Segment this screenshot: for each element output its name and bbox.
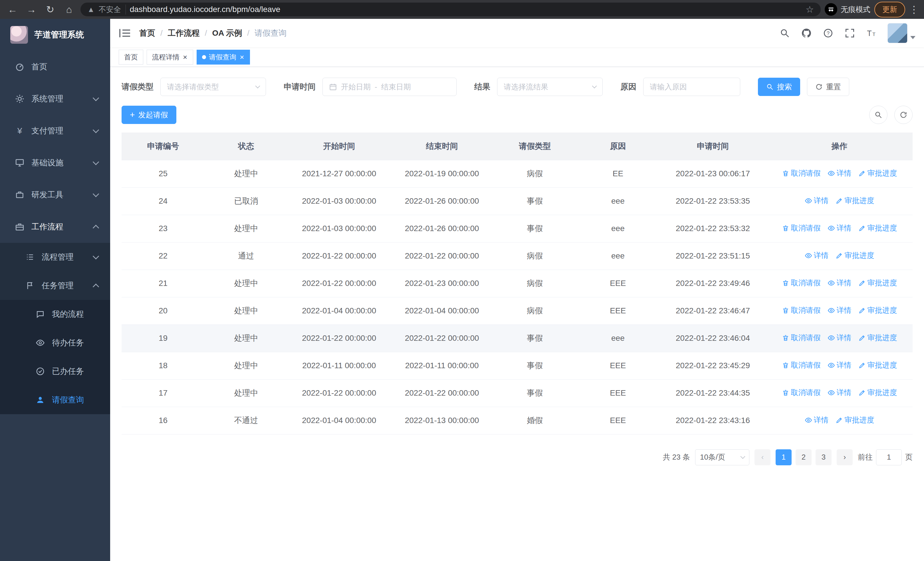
- help-question-icon[interactable]: ?: [822, 27, 834, 39]
- sidebar-item-todo-tasks[interactable]: 待办任务: [0, 328, 110, 357]
- cancel-action-link[interactable]: 取消请假: [782, 388, 821, 398]
- detail-action-link[interactable]: 详情: [828, 360, 852, 370]
- breadcrumb-item-oa[interactable]: OA 示例: [212, 28, 242, 39]
- cell-status: 处理中: [205, 270, 288, 297]
- cell-apply-no: 21: [122, 270, 205, 297]
- cell-end-time: 2022-01-23 00:00:00: [390, 270, 493, 297]
- breadcrumb-item-home[interactable]: 首页: [139, 28, 155, 39]
- detail-action-link[interactable]: 详情: [828, 333, 852, 343]
- sidebar-item-task-management[interactable]: 任务管理: [0, 271, 110, 300]
- goto-page-input[interactable]: [876, 449, 902, 465]
- refresh-table-button[interactable]: [894, 106, 913, 124]
- cancel-action-link[interactable]: 取消请假: [782, 305, 821, 315]
- bookmark-star-icon[interactable]: ☆: [806, 4, 814, 15]
- sidebar-item-label: 支付管理: [32, 125, 63, 136]
- browser-back-icon[interactable]: ←: [5, 2, 20, 17]
- tab-home[interactable]: 首页: [119, 50, 143, 65]
- gear-icon: [14, 93, 25, 104]
- sidebar-item-process-management[interactable]: 流程管理: [0, 243, 110, 271]
- create-leave-label: 发起请假: [138, 110, 168, 120]
- close-icon[interactable]: ×: [239, 53, 244, 61]
- cancel-action-link[interactable]: 取消请假: [782, 333, 821, 343]
- browser-update-button[interactable]: 更新: [874, 2, 905, 17]
- reason-input[interactable]: [650, 83, 734, 92]
- view-eye-icon: [828, 170, 835, 177]
- sidebar-item-payment[interactable]: ¥ 支付管理: [0, 115, 110, 147]
- sidebar-item-label: 研发工具: [32, 190, 63, 200]
- sidebar-item-leave-query[interactable]: 请假查询: [0, 386, 110, 414]
- cell-actions: 详情审批进度: [766, 187, 913, 215]
- detail-action-link[interactable]: 详情: [828, 305, 852, 315]
- sidebar-item-my-process[interactable]: 我的流程: [0, 300, 110, 328]
- action-label: 审批进度: [844, 415, 874, 425]
- detail-action-link[interactable]: 详情: [828, 388, 852, 398]
- progress-action-link[interactable]: 审批进度: [858, 388, 897, 398]
- sidebar-item-system[interactable]: 系统管理: [0, 83, 110, 115]
- check-circle-icon: [35, 366, 46, 377]
- search-button[interactable]: 搜索: [758, 78, 800, 96]
- toggle-search-icon-button[interactable]: [869, 106, 888, 124]
- browser-reload-icon[interactable]: ↻: [43, 2, 58, 17]
- github-icon[interactable]: [801, 27, 812, 39]
- page-button-3[interactable]: 3: [816, 449, 831, 465]
- browser-home-icon[interactable]: ⌂: [62, 2, 76, 17]
- detail-action-link[interactable]: 详情: [828, 168, 852, 178]
- table-row: 21处理中2022-01-22 00:00:002022-01-23 00:00…: [122, 270, 913, 297]
- cancel-action-link[interactable]: 取消请假: [782, 223, 821, 233]
- detail-action-link[interactable]: 详情: [805, 196, 829, 206]
- tab-leave-query[interactable]: 请假查询 ×: [196, 50, 250, 65]
- browser-menu-icon[interactable]: ⋮: [909, 4, 919, 15]
- progress-action-link[interactable]: 审批进度: [836, 415, 874, 425]
- cell-leave-type: 事假: [494, 379, 576, 407]
- edit-icon: [858, 224, 866, 232]
- header-search-icon[interactable]: [779, 27, 790, 39]
- progress-action-link[interactable]: 审批进度: [858, 305, 897, 315]
- breadcrumb-item-workflow[interactable]: 工作流程: [168, 28, 200, 39]
- page-size-select[interactable]: 10条/页: [695, 449, 749, 465]
- cell-status: 处理中: [205, 160, 288, 187]
- next-page-button[interactable]: ›: [837, 449, 853, 465]
- leave-type-select[interactable]: 请选择请假类型: [160, 78, 266, 96]
- result-select[interactable]: 请选择流结果: [497, 78, 603, 96]
- detail-action-link[interactable]: 详情: [828, 278, 852, 288]
- user-avatar-menu[interactable]: [888, 23, 915, 43]
- create-leave-button[interactable]: + 发起请假: [122, 106, 176, 124]
- detail-action-link[interactable]: 详情: [805, 251, 829, 260]
- detail-action-link[interactable]: 详情: [805, 415, 829, 425]
- tab-process-detail[interactable]: 流程详情 ×: [147, 50, 193, 65]
- sidebar-fold-icon[interactable]: [119, 28, 131, 38]
- cancel-action-link[interactable]: 取消请假: [782, 360, 821, 370]
- page-button-2[interactable]: 2: [796, 449, 812, 465]
- cancel-action-link[interactable]: 取消请假: [782, 278, 821, 288]
- progress-action-link[interactable]: 审批进度: [858, 223, 897, 233]
- cell-end-time: 2022-01-22 00:00:00: [390, 325, 493, 352]
- app-logo[interactable]: 芋道管理系统: [0, 19, 110, 51]
- breadcrumb-separator: /: [160, 29, 163, 38]
- browser-forward-icon[interactable]: →: [24, 2, 39, 17]
- sidebar-item-infrastructure[interactable]: 基础设施: [0, 147, 110, 179]
- sidebar-item-home[interactable]: 首页: [0, 51, 110, 83]
- prev-page-button[interactable]: ‹: [754, 449, 771, 465]
- progress-action-link[interactable]: 审批进度: [858, 360, 897, 370]
- progress-action-link[interactable]: 审批进度: [836, 251, 874, 260]
- reset-button[interactable]: 重置: [807, 78, 849, 96]
- task-submenu: 我的流程 待办任务 已办任务: [0, 300, 110, 414]
- tools-icon: [14, 190, 25, 200]
- progress-action-link[interactable]: 审批进度: [858, 278, 897, 288]
- address-bar[interactable]: ▲ 不安全 dashboard.yudao.iocoder.cn/bpm/oa/…: [81, 3, 821, 16]
- close-icon[interactable]: ×: [182, 53, 188, 61]
- progress-action-link[interactable]: 审批进度: [858, 168, 897, 178]
- detail-action-link[interactable]: 详情: [828, 223, 852, 233]
- cancel-action-link[interactable]: 取消请假: [782, 168, 821, 178]
- progress-action-link[interactable]: 审批进度: [858, 333, 897, 343]
- action-label: 详情: [837, 388, 852, 398]
- sidebar-item-devtools[interactable]: 研发工具: [0, 179, 110, 211]
- page-button-1[interactable]: 1: [776, 449, 792, 465]
- sidebar-item-done-tasks[interactable]: 已办任务: [0, 357, 110, 386]
- font-size-icon[interactable]: TT: [866, 27, 877, 39]
- progress-action-link[interactable]: 审批进度: [836, 196, 874, 206]
- fullscreen-icon[interactable]: [844, 27, 855, 39]
- apply-time-range-picker[interactable]: 开始日期 - 结束日期: [322, 78, 457, 96]
- action-label: 审批进度: [867, 305, 897, 315]
- sidebar-item-workflow[interactable]: 工作流程: [0, 211, 110, 243]
